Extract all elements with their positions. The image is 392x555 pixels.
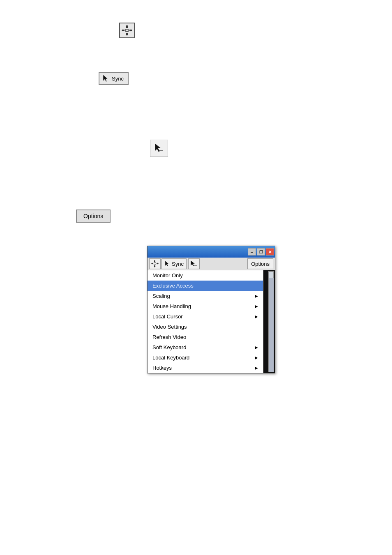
toolbar-move-icon[interactable]: [149, 258, 161, 269]
submenu-arrow-icon: ▶: [255, 304, 258, 309]
svg-rect-8: [126, 29, 128, 32]
options-button-standalone[interactable]: Options: [76, 210, 111, 223]
cursor-svg-standalone: [154, 143, 164, 154]
menu-item-mouse-handling[interactable]: Mouse Handling▶: [148, 301, 263, 311]
toolbar-sync-label: Sync: [172, 261, 184, 267]
toolbar-cursor-icon: [164, 260, 171, 267]
menu-item-video-settings[interactable]: Video Settings: [148, 322, 263, 332]
menu-item-label: Refresh Video: [152, 334, 186, 340]
close-button[interactable]: ✕: [266, 248, 274, 256]
menu-item-label: Scaling: [152, 293, 170, 299]
svg-rect-20: [154, 263, 156, 265]
menu-item-soft-keyboard[interactable]: Soft Keyboard▶: [148, 342, 263, 352]
toolbar-options-button[interactable]: Options: [247, 258, 273, 269]
scrollbar-track[interactable]: [268, 271, 274, 372]
menu-item-label: Local Cursor: [152, 313, 183, 320]
toolbar-crosshair-svg: [151, 260, 159, 267]
submenu-arrow-icon: ▶: [255, 345, 258, 350]
menu-item-hotkeys[interactable]: Hotkeys▶: [148, 363, 263, 373]
window-toolbar: Sync Options: [148, 258, 275, 270]
svg-marker-9: [103, 75, 108, 82]
window-content: Monitor OnlyExclusive AccessScaling▶Mous…: [148, 270, 275, 373]
submenu-arrow-icon: ▶: [255, 366, 258, 370]
menu-item-label: Soft Keyboard: [152, 344, 186, 350]
svg-marker-10: [155, 143, 161, 152]
cursor-standalone-icon: [150, 140, 168, 157]
menu-item-label: Mouse Handling: [152, 303, 191, 309]
menu-item-label: Exclusive Access: [152, 283, 194, 289]
right-panel: [263, 270, 275, 373]
svg-marker-5: [122, 29, 123, 32]
svg-marker-21: [165, 261, 169, 266]
menu-item-local-cursor[interactable]: Local Cursor▶: [148, 311, 263, 322]
menu-item-scaling[interactable]: Scaling▶: [148, 291, 263, 301]
window-titlebar: – ❐ ✕: [148, 246, 275, 258]
menu-item-label: Local Keyboard: [152, 355, 189, 361]
toolbar-sync-button[interactable]: Sync: [161, 258, 187, 269]
submenu-arrow-icon: ▶: [255, 294, 258, 298]
scrollbar-thumb[interactable]: [269, 272, 274, 278]
kvm-window: – ❐ ✕ Sync: [147, 246, 275, 373]
restore-button[interactable]: ❐: [257, 248, 265, 256]
toolbar-cursor2-icon[interactable]: [188, 258, 200, 269]
toolbar-cursor2-svg: [190, 260, 198, 267]
svg-marker-1: [126, 25, 128, 27]
crosshair-svg: [122, 25, 132, 36]
submenu-arrow-icon: ▶: [255, 314, 258, 319]
cursor-icon: [102, 74, 110, 83]
minimize-button[interactable]: –: [248, 248, 256, 256]
menu-item-local-keyboard[interactable]: Local Keyboard▶: [148, 352, 263, 363]
sync-button-standalone[interactable]: Sync: [99, 72, 129, 85]
dropdown-menu: Monitor OnlyExclusive AccessScaling▶Mous…: [148, 270, 263, 373]
svg-marker-7: [131, 29, 132, 32]
menu-item-monitor-only[interactable]: Monitor Only: [148, 270, 263, 281]
menu-item-exclusive-access[interactable]: Exclusive Access: [148, 281, 263, 291]
menu-item-refresh-video[interactable]: Refresh Video: [148, 332, 263, 342]
submenu-arrow-icon: ▶: [255, 355, 258, 360]
menu-item-label: Hotkeys: [152, 365, 172, 371]
menu-item-label: Monitor Only: [152, 272, 183, 279]
svg-marker-3: [126, 34, 128, 36]
move-crosshair-icon[interactable]: [119, 23, 135, 38]
sync-label: Sync: [112, 76, 124, 82]
menu-item-label: Video Settings: [152, 324, 187, 330]
